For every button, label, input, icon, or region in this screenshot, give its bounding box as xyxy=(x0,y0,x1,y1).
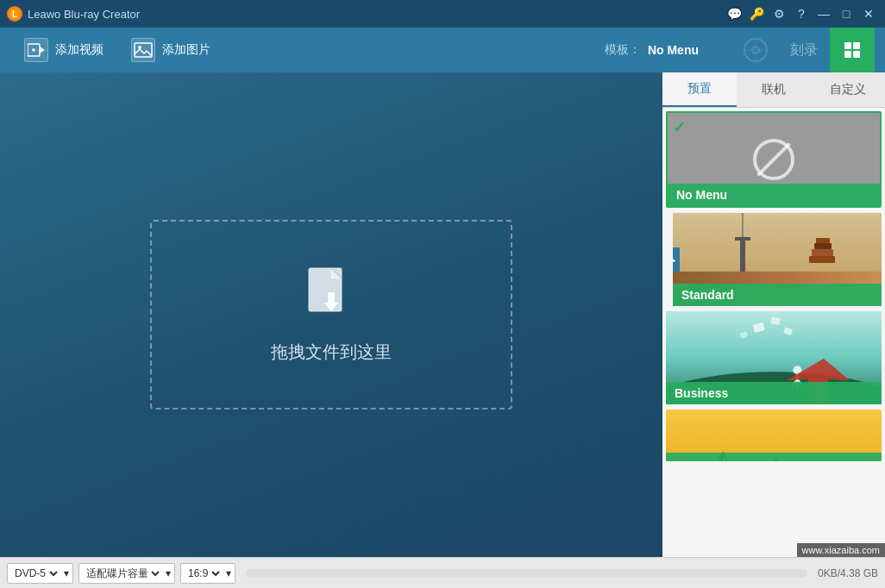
fit-mode-chevron-icon: ▾ xyxy=(166,567,171,579)
template-item-no-menu[interactable]: No Menu ✓ xyxy=(666,111,882,208)
svg-rect-10 xyxy=(844,42,851,49)
svg-rect-17 xyxy=(740,239,745,275)
app-title: Leawo Blu-ray Creator xyxy=(28,8,140,21)
close-btn[interactable]: ✕ xyxy=(859,4,878,23)
svg-rect-20 xyxy=(809,256,835,263)
add-video-button[interactable]: 添加视频 xyxy=(10,28,117,72)
template-item-business[interactable]: Business ✓ xyxy=(666,311,882,404)
ratio-dropdown[interactable]: 16:9 4:3 xyxy=(185,566,223,580)
svg-rect-11 xyxy=(853,42,860,49)
key-icon-btn[interactable]: 🔑 xyxy=(747,4,766,23)
panel-tabs: 预置 联机 自定义 xyxy=(662,72,885,108)
fit-mode-dropdown[interactable]: 适配碟片容量 xyxy=(83,566,162,580)
title-bar-left: L Leawo Blu-ray Creator xyxy=(7,6,140,22)
svg-rect-21 xyxy=(812,249,833,256)
tab-preset[interactable]: 预置 xyxy=(662,72,737,107)
circle-slash-icon xyxy=(753,139,794,180)
check-mark-icon: ✓ xyxy=(673,118,686,137)
minimize-btn[interactable]: — xyxy=(814,4,833,23)
app-logo: L xyxy=(7,6,22,22)
svg-marker-1 xyxy=(40,47,45,53)
progress-container xyxy=(246,569,807,578)
message-icon-btn[interactable]: 💬 xyxy=(725,4,744,23)
ratio-chevron-icon: ▾ xyxy=(226,567,231,579)
add-image-icon xyxy=(131,38,155,62)
toolbar: 添加视频 添加图片 模板： No Menu 刻录 xyxy=(0,28,885,72)
ratio-select[interactable]: 16:9 4:3 ▾ xyxy=(180,563,235,584)
yellow-label xyxy=(666,453,882,461)
storage-text: 0KB/4.38 GB xyxy=(818,567,878,579)
svg-rect-4 xyxy=(135,43,152,57)
template-list: No Menu ✓ ▶ xyxy=(662,108,885,557)
tab-custom[interactable]: 自定义 xyxy=(811,72,885,107)
bottom-bar: DVD-5 DVD-9 BD-25 BD-50 ▾ 适配碟片容量 ▾ 16:9 … xyxy=(0,557,885,588)
settings-icon-btn[interactable]: ⚙ xyxy=(769,4,788,23)
burn-button[interactable]: 刻录 xyxy=(778,28,830,72)
burn-disc-icon xyxy=(733,28,778,72)
burn-section: 刻录 xyxy=(733,28,875,72)
add-image-button[interactable]: 添加图片 xyxy=(117,28,224,72)
main-area: 拖拽文件到这里 预置 联机 自定义 No Menu ✓ ▶ xyxy=(0,72,885,557)
drop-text: 拖拽文件到这里 xyxy=(271,341,392,364)
disc-type-select[interactable]: DVD-5 DVD-9 BD-25 BD-50 ▾ xyxy=(7,563,73,584)
drop-file-icon xyxy=(305,266,357,327)
right-panel: 预置 联机 自定义 No Menu ✓ ▶ xyxy=(662,72,885,557)
svg-rect-23 xyxy=(816,238,830,243)
template-item-yellow[interactable] xyxy=(666,410,882,461)
help-icon-btn[interactable]: ? xyxy=(792,4,811,23)
no-menu-label: No Menu xyxy=(668,184,880,206)
drop-area[interactable]: 拖拽文件到这里 xyxy=(0,72,662,557)
business-label: Business xyxy=(666,382,882,404)
burn-label: 刻录 xyxy=(790,41,818,59)
svg-rect-13 xyxy=(853,51,860,58)
template-label: 模板： xyxy=(605,42,641,58)
burn-end-button[interactable] xyxy=(830,28,875,72)
title-bar: L Leawo Blu-ray Creator 💬 🔑 ⚙ ? — □ ✕ xyxy=(0,0,885,28)
window-controls: 💬 🔑 ⚙ ? — □ ✕ xyxy=(725,4,878,23)
disc-chevron-icon: ▾ xyxy=(64,567,69,579)
add-image-label: 添加图片 xyxy=(162,42,210,58)
standard-label: Standard xyxy=(673,284,882,306)
maximize-btn[interactable]: □ xyxy=(837,4,856,23)
disc-type-dropdown[interactable]: DVD-5 DVD-9 BD-25 BD-50 xyxy=(11,566,60,580)
add-video-label: 添加视频 xyxy=(55,42,104,58)
drop-zone: 拖拽文件到这里 xyxy=(150,220,512,410)
watermark: www.xiazaiba.com xyxy=(797,543,885,557)
add-video-icon xyxy=(24,38,48,62)
template-value: No Menu xyxy=(648,43,699,57)
svg-rect-12 xyxy=(844,51,851,58)
expand-standard-button[interactable]: ▶ xyxy=(673,247,680,272)
template-item-standard[interactable]: ▶ xyxy=(673,213,882,306)
tab-online[interactable]: 联机 xyxy=(737,72,811,107)
svg-rect-22 xyxy=(814,243,832,249)
svg-rect-32 xyxy=(770,316,780,325)
fit-mode-select[interactable]: 适配碟片容量 ▾ xyxy=(78,563,175,584)
svg-rect-18 xyxy=(735,237,750,241)
